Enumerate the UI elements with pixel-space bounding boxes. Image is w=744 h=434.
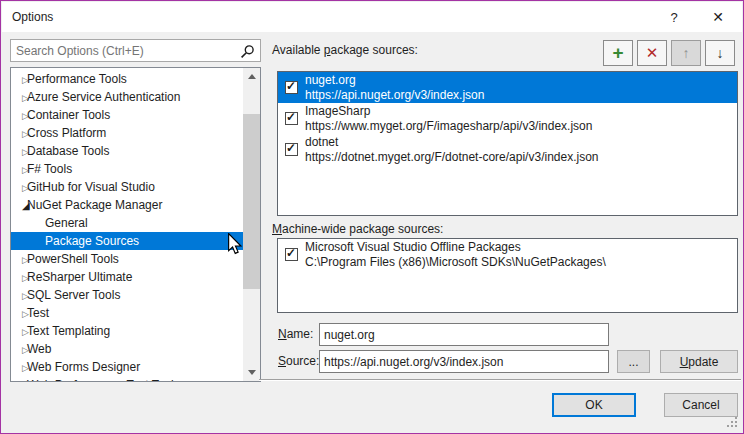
move-down-button[interactable]: ↓ [705, 40, 735, 66]
browse-button[interactable]: ... [617, 350, 650, 373]
collapsed-icon[interactable]: ▷ [11, 341, 27, 358]
tree-item-label: Container Tools [27, 108, 110, 122]
package-source-row-dotnet[interactable]: ✓dotnethttps://dotnet.myget.org/F/dotnet… [278, 134, 737, 165]
tree-rows: ▷Performance Tools▷Azure Service Authent… [11, 70, 243, 382]
tree-item-label: General [45, 216, 88, 230]
tree-item-test[interactable]: ▷Test [11, 304, 243, 322]
help-button[interactable]: ? [652, 2, 696, 32]
footer-separator [259, 379, 741, 381]
collapsed-icon[interactable]: ▷ [11, 125, 27, 142]
expanded-icon[interactable]: ◢ [11, 197, 27, 214]
arrow-down-icon: ↓ [717, 45, 724, 61]
tree-item-label: PowerShell Tools [27, 252, 119, 266]
checkmark-icon: ✓ [286, 110, 296, 124]
add-source-button[interactable]: + [603, 40, 633, 66]
name-label: Name: [278, 327, 313, 341]
tree-item-label: Performance Tools [27, 72, 127, 86]
machine-sources-label: Machine-wide package sources: [272, 222, 443, 236]
collapsed-icon[interactable]: ▷ [11, 287, 27, 304]
scroll-up-button[interactable] [243, 68, 260, 85]
collapsed-icon[interactable]: ▷ [11, 359, 27, 376]
available-sources-label: Available package sources: [272, 43, 418, 57]
source-field[interactable] [319, 350, 609, 373]
plus-icon: + [612, 42, 623, 64]
tree-item-sql-server-tools[interactable]: ▷SQL Server Tools [11, 286, 243, 304]
tree-item-powershell-tools[interactable]: ▷PowerShell Tools [11, 250, 243, 268]
options-tree: ▷Performance Tools▷Azure Service Authent… [10, 67, 261, 382]
tree-item-label: NuGet Package Manager [27, 198, 162, 212]
tree-item-cross-platform[interactable]: ▷Cross Platform [11, 124, 243, 142]
tree-item-label: Web Performance Test Tools [27, 378, 180, 382]
collapsed-icon[interactable]: ▷ [11, 323, 27, 340]
delete-x-icon: ✕ [646, 44, 659, 62]
collapsed-icon[interactable]: ▷ [11, 107, 27, 124]
tree-item-package-sources[interactable]: Package Sources [11, 232, 243, 250]
source-label: Source: [278, 354, 319, 368]
tree-item-text-templating[interactable]: ▷Text Templating [11, 322, 243, 340]
checkmark-icon: ✓ [286, 141, 296, 155]
collapsed-icon[interactable]: ▷ [11, 89, 27, 106]
source-name: ImageSharp [305, 104, 592, 119]
options-dialog: Options ? ✕ ▷Performance Tools▷Azure Ser… [0, 0, 744, 434]
source-url: https://api.nuget.org/v3/index.json [305, 88, 484, 103]
search-input[interactable] [16, 40, 234, 61]
ok-button[interactable]: OK [552, 393, 636, 417]
source-url: https://www.myget.org/F/imagesharp/api/v… [305, 119, 592, 134]
resize-grip[interactable] [727, 417, 729, 419]
tree-item-web-forms-designer[interactable]: ▷Web Forms Designer [11, 358, 243, 376]
name-field[interactable] [319, 323, 609, 346]
tree-item-azure-service-authentication[interactable]: ▷Azure Service Authentication [11, 88, 243, 106]
arrow-up-icon: ↑ [683, 45, 690, 61]
collapsed-icon[interactable]: ▷ [11, 161, 27, 178]
source-enabled-checkbox[interactable]: ✓ [285, 248, 298, 261]
collapsed-icon[interactable]: ▷ [11, 143, 27, 160]
package-source-row-imagesharp[interactable]: ✓ImageSharphttps://www.myget.org/F/image… [278, 103, 737, 134]
package-source-row-nuget-org[interactable]: ✓nuget.orghttps://api.nuget.org/v3/index… [278, 72, 737, 103]
move-up-button[interactable]: ↑ [671, 40, 701, 66]
tree-item-label: ReSharper Ultimate [27, 270, 132, 284]
close-icon: ✕ [712, 9, 724, 25]
tree-item-label: GitHub for Visual Studio [27, 180, 155, 194]
tree-item-resharper-ultimate[interactable]: ▷ReSharper Ultimate [11, 268, 243, 286]
search-icon [240, 44, 255, 59]
source-name: Microsoft Visual Studio Offline Packages [305, 240, 606, 255]
tree-item-container-tools[interactable]: ▷Container Tools [11, 106, 243, 124]
scroll-down-button[interactable] [243, 364, 260, 381]
collapsed-icon[interactable]: ▷ [11, 269, 27, 286]
tree-item-general[interactable]: General [11, 214, 243, 232]
collapsed-icon[interactable]: ▷ [11, 179, 27, 196]
tree-item-github-for-visual-studio[interactable]: ▷GitHub for Visual Studio [11, 178, 243, 196]
close-button[interactable]: ✕ [696, 2, 740, 32]
scroll-down-icon [248, 370, 256, 375]
tree-item-performance-tools[interactable]: ▷Performance Tools [11, 70, 243, 88]
tree-scrollbar[interactable] [243, 68, 260, 381]
tree-item-web[interactable]: ▷Web [11, 340, 243, 358]
source-url: https://dotnet.myget.org/F/dotnet-core/a… [305, 150, 599, 165]
scrollbar-thumb[interactable] [243, 114, 260, 289]
tree-item-label: Azure Service Authentication [27, 90, 180, 104]
tree-item-web-performance-test-tools[interactable]: ▷Web Performance Test Tools [11, 376, 243, 382]
tree-item-nuget-package-manager[interactable]: ◢NuGet Package Manager [11, 196, 243, 214]
tree-item-label: SQL Server Tools [27, 288, 120, 302]
checkmark-icon: ✓ [286, 246, 296, 260]
collapsed-icon[interactable]: ▷ [11, 377, 27, 382]
tree-item-label: Database Tools [27, 144, 110, 158]
source-name: nuget.org [305, 73, 484, 88]
collapsed-icon[interactable]: ▷ [11, 251, 27, 268]
tree-item-f-tools[interactable]: ▷F# Tools [11, 160, 243, 178]
tree-item-label: Package Sources [45, 234, 139, 248]
collapsed-icon[interactable]: ▷ [11, 71, 27, 88]
help-icon: ? [670, 10, 677, 25]
update-button[interactable]: Update [660, 350, 738, 373]
tree-item-label: Cross Platform [27, 126, 106, 140]
remove-source-button[interactable]: ✕ [637, 40, 667, 66]
source-enabled-checkbox[interactable]: ✓ [285, 143, 298, 156]
tree-item-label: F# Tools [27, 162, 72, 176]
source-enabled-checkbox[interactable]: ✓ [285, 81, 298, 94]
tree-item-label: Text Templating [27, 324, 110, 338]
tree-item-database-tools[interactable]: ▷Database Tools [11, 142, 243, 160]
source-enabled-checkbox[interactable]: ✓ [285, 112, 298, 125]
package-source-row-microsoft-visual-studio-offline-packages[interactable]: ✓Microsoft Visual Studio Offline Package… [278, 239, 737, 270]
cancel-button[interactable]: Cancel [664, 393, 738, 417]
collapsed-icon[interactable]: ▷ [11, 305, 27, 322]
